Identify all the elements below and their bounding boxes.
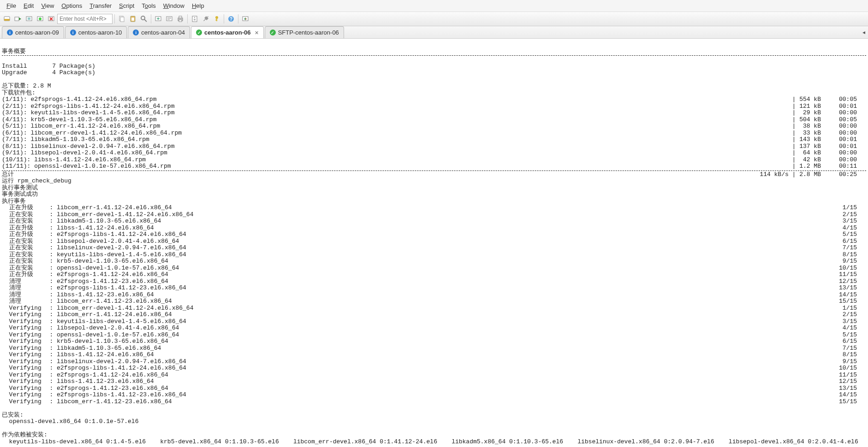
action-row: 清理 : e2fsprogs-libs-1.41.12-23.el6.x86_6… (2, 285, 866, 292)
download-row: (7/11): libkadm5-1.10.3-65.el6.x86_64.rp… (2, 136, 866, 143)
download-row: (5/11): libcom_err-1.41.12-24.el6.x86_64… (2, 123, 866, 130)
install-count: Install 7 Package(s) (2, 63, 95, 70)
properties-icon[interactable] (190, 14, 200, 24)
action-row: Verifying : libsepol-devel-2.0.41-4.el6.… (2, 325, 866, 332)
check-icon: ✓ (196, 29, 202, 35)
menu-bar: File Edit View Options Transfer Script T… (0, 0, 868, 12)
tx-summary-header: 事务概要 (2, 48, 26, 55)
download-row: (9/11): libsepol-devel-2.0.41-4.el6.x86_… (2, 150, 866, 157)
action-row: Verifying : e2fsprogs-libs-1.41.12-24.el… (2, 365, 866, 372)
action-row: Verifying : keyutils-libs-devel-1.4-5.el… (2, 318, 866, 325)
menu-edit[interactable]: Edit (20, 1, 37, 11)
download-row: (2/11): e2fsprogs-libs-1.41.12-24.el6.x8… (2, 103, 866, 110)
log-session-icon[interactable] (164, 14, 174, 24)
action-row: Verifying : libselinux-devel-2.0.94-7.el… (2, 359, 866, 365)
rpm-check: 运行 rpm_check_debug (2, 177, 71, 184)
tab-label: centos-aaron-09 (15, 29, 59, 36)
info-icon: i (133, 29, 139, 35)
action-row: 正在升级 : libss-1.41.12-24.el6.x86_644/15 (2, 225, 866, 232)
action-row: Verifying : krb5-devel-1.10.3-65.el6.x86… (2, 338, 866, 345)
menu-options[interactable]: Options (58, 1, 86, 11)
tab-label: centos-aaron-06 (204, 29, 250, 36)
svg-point-6 (39, 18, 42, 20)
action-row: 清理 : e2fsprogs-1.41.12-23.el6.x86_6412/1… (2, 278, 866, 285)
menu-transfer[interactable]: Transfer (86, 1, 115, 11)
action-row: 正在安装 : libcom_err-devel-1.41.12-24.el6.x… (2, 212, 866, 218)
paste-icon[interactable] (128, 14, 138, 24)
action-row: 正在安装 : keyutils-libs-devel-1.4-5.el6.x86… (2, 252, 866, 259)
action-row: Verifying : e2fsprogs-libs-1.41.12-23.el… (2, 392, 866, 399)
action-row: Verifying : openssl-devel-1.0.1e-57.el6.… (2, 332, 866, 339)
terminal-output[interactable]: 事务概要 Install 7 Package(s) Upgrade 4 Pack… (0, 39, 868, 447)
tab-centos-aaron-06[interactable]: ✓centos-aaron-06× (191, 26, 264, 38)
total-rate: 总计114 kB/s | 2.8 MB 00:25 (2, 171, 866, 178)
print-icon[interactable] (175, 14, 185, 24)
action-row: 正在升级 : libcom_err-1.41.12-24.el6.x86_641… (2, 205, 866, 212)
menu-tools[interactable]: Tools (138, 1, 159, 11)
tab-SFTP-centos-aaron-06[interactable]: ✓SFTP-centos-aaron-06 (265, 26, 344, 38)
action-row: Verifying : libkadm5-1.10.3-65.el6.x86_6… (2, 345, 866, 352)
keymap-icon[interactable] (212, 14, 222, 24)
host-input[interactable] (57, 14, 113, 24)
check-icon: ✓ (270, 29, 276, 35)
tab-label: SFTP-centos-aaron-06 (278, 29, 339, 36)
close-icon[interactable]: × (255, 29, 258, 36)
download-row: (3/11): keyutils-libs-devel-1.4-5.el6.x8… (2, 110, 866, 117)
tab-overflow-icon[interactable]: ◂ (862, 29, 865, 35)
svg-text:?: ? (230, 17, 232, 22)
tab-centos-aaron-09[interactable]: icentos-aaron-09 (2, 26, 64, 38)
tab-label: centos-aaron-04 (141, 29, 185, 36)
svg-rect-11 (131, 18, 134, 21)
installed-list: openssl-devel.x86_64 0:1.0.1e-57.el6 (2, 418, 138, 425)
installed-header: 已安装: (2, 412, 24, 418)
total-download: 总下载量: 2.8 M (2, 82, 51, 89)
action-row: Verifying : libss-1.41.12-24.el6.x86_648… (2, 352, 866, 359)
new-session-icon[interactable] (153, 14, 163, 24)
svg-rect-20 (179, 20, 182, 22)
upgrade-count: Upgrade 4 Package(s) (2, 69, 95, 76)
svg-rect-16 (167, 18, 171, 19)
options-icon[interactable] (201, 14, 211, 24)
menu-view[interactable]: View (37, 1, 58, 11)
menu-window[interactable]: Window (160, 1, 188, 11)
download-row: (8/11): libselinux-devel-2.0.94-7.el6.x8… (2, 143, 866, 150)
svg-rect-4 (28, 18, 30, 20)
menu-file[interactable]: File (3, 1, 20, 11)
copy-icon[interactable] (117, 14, 127, 24)
svg-rect-28 (215, 20, 217, 21)
action-row: 正在安装 : krb5-devel-1.10.3-65.el6.x86_649/… (2, 258, 866, 265)
tab-centos-aaron-10[interactable]: icentos-aaron-10 (65, 26, 127, 38)
help-icon[interactable]: ? (226, 14, 236, 24)
disconnect-icon[interactable] (46, 14, 56, 24)
run-tx: 执行事务 (2, 198, 26, 205)
action-row: 清理 : libcom_err-1.41.12-23.el6.x86_6415/… (2, 298, 866, 305)
svg-rect-27 (215, 19, 217, 20)
download-row: (4/11): krb5-devel-1.10.3-65.el6.x86_64.… (2, 117, 866, 124)
svg-rect-2 (15, 17, 19, 21)
svg-rect-19 (179, 16, 182, 18)
info-icon: i (70, 29, 76, 35)
action-row: Verifying : e2fsprogs-1.41.12-24.el6.x86… (2, 372, 866, 379)
tab-centos-aaron-04[interactable]: icentos-aaron-04 (128, 26, 190, 38)
action-row: 正在安装 : libsepol-devel-2.0.41-4.el6.x86_6… (2, 238, 866, 245)
dep-install-list: keyutils-libs-devel.x86_64 0:1.4-5.el6 k… (2, 438, 858, 445)
reconnect-icon[interactable] (24, 14, 34, 24)
quick-connect-icon[interactable] (13, 14, 23, 24)
action-row: 正在升级 : e2fsprogs-libs-1.41.12-24.el6.x86… (2, 231, 866, 238)
action-row: Verifying : libcom_err-1.41.12-24.el6.x8… (2, 312, 866, 318)
run-test: 执行事务测试 (2, 184, 38, 191)
menu-script[interactable]: Script (115, 1, 138, 11)
reconnect-all-icon[interactable] (35, 14, 45, 24)
download-row: (1/11): e2fsprogs-1.41.12-24.el6.x86_64.… (2, 96, 866, 103)
menu-help[interactable]: Help (188, 1, 208, 11)
svg-rect-24 (194, 20, 196, 20)
dep-install-header: 作为依赖被安装: (2, 431, 48, 438)
tab-label: centos-aaron-10 (78, 29, 122, 36)
sftp-icon[interactable] (240, 14, 250, 24)
svg-rect-9 (120, 17, 124, 22)
connect-icon[interactable] (2, 14, 12, 24)
svg-point-22 (194, 17, 195, 18)
download-row: (10/11): libss-1.41.12-24.el6.x86_64.rpm… (2, 157, 866, 164)
action-row: 正在升级 : e2fsprogs-1.41.12-24.el6.x86_6411… (2, 271, 866, 278)
find-icon[interactable] (139, 14, 149, 24)
